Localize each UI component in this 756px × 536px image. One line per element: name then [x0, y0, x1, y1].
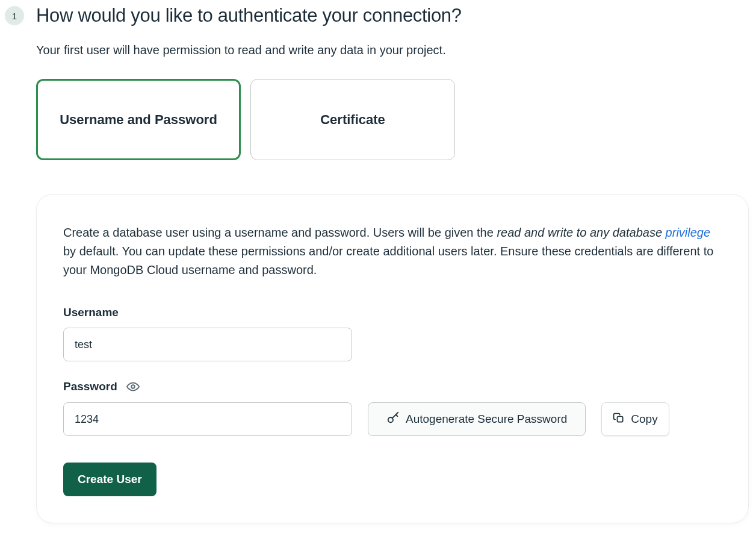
card-description-italic: read and write to any database [497, 226, 665, 239]
card-description-suffix: by default. You can update these permiss… [63, 245, 713, 276]
privilege-link[interactable]: privilege [666, 226, 710, 239]
card-description: Create a database user using a username … [63, 223, 722, 279]
card-description-prefix: Create a database user using a username … [63, 226, 497, 239]
svg-rect-2 [618, 416, 623, 422]
step-title: How would you like to authenticate your … [36, 5, 462, 26]
create-user-card: Create a database user using a username … [36, 194, 749, 523]
password-input[interactable] [63, 402, 352, 436]
step-subtitle: Your first user will have permission to … [36, 43, 751, 57]
step-number-badge: 1 [5, 6, 24, 25]
password-label: Password [63, 380, 117, 393]
copy-icon [613, 412, 625, 427]
autogenerate-password-label: Autogenerate Secure Password [406, 413, 567, 426]
key-icon [386, 411, 400, 428]
create-user-button[interactable]: Create User [63, 463, 156, 496]
eye-icon[interactable] [126, 379, 140, 394]
auth-option-certificate[interactable]: Certificate [250, 79, 455, 160]
username-input[interactable] [63, 328, 352, 361]
autogenerate-password-button[interactable]: Autogenerate Secure Password [368, 402, 586, 436]
svg-point-0 [131, 385, 135, 388]
copy-button[interactable]: Copy [601, 402, 669, 436]
username-label: Username [63, 306, 722, 319]
auth-options: Username and Password Certificate [36, 79, 751, 160]
auth-option-username-password[interactable]: Username and Password [36, 79, 241, 160]
copy-label: Copy [631, 413, 657, 426]
